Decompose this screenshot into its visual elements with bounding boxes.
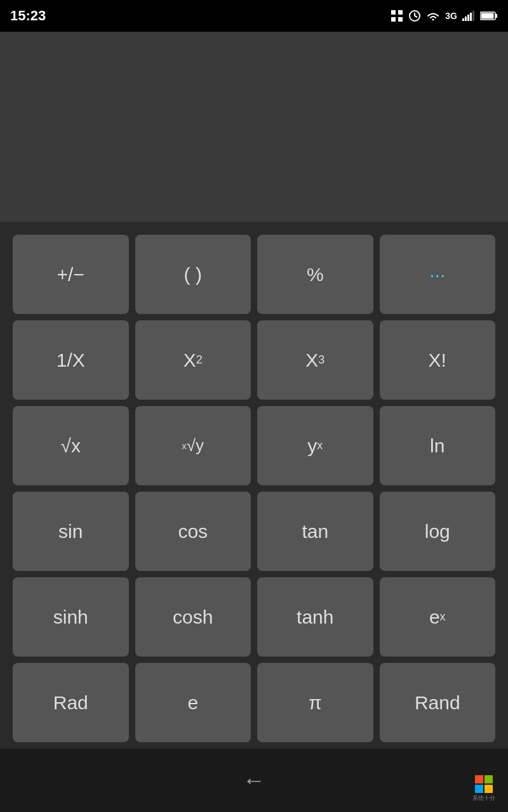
svg-line-6 bbox=[415, 16, 417, 17]
apps-icon bbox=[391, 10, 403, 22]
factorial-button[interactable]: X! bbox=[380, 320, 496, 400]
calc-row-6: Rad e π Rand bbox=[13, 663, 495, 742]
svg-rect-7 bbox=[462, 18, 464, 21]
cosh-button[interactable]: cosh bbox=[135, 577, 251, 657]
reciprocal-button[interactable]: 1/X bbox=[13, 320, 129, 400]
more-button[interactable]: ··· bbox=[380, 235, 496, 314]
svg-rect-9 bbox=[467, 15, 469, 21]
calc-row-5: sinh cosh tanh ex bbox=[13, 577, 495, 657]
ex-button[interactable]: ex bbox=[380, 577, 496, 657]
log-button[interactable]: log bbox=[380, 492, 496, 571]
plus-minus-button[interactable]: +/− bbox=[13, 235, 129, 314]
x-cubed-button[interactable]: X3 bbox=[257, 320, 373, 400]
svg-rect-0 bbox=[391, 10, 396, 15]
display-area bbox=[0, 32, 508, 222]
svg-rect-11 bbox=[472, 11, 474, 21]
ms-logo-yellow bbox=[485, 785, 493, 793]
svg-rect-8 bbox=[465, 16, 467, 21]
cos-button[interactable]: cos bbox=[135, 492, 251, 571]
x-squared-button[interactable]: X2 bbox=[135, 320, 251, 400]
rad-button[interactable]: Rad bbox=[13, 663, 129, 742]
ln-button[interactable]: ln bbox=[380, 406, 496, 485]
pi-button[interactable]: π bbox=[257, 663, 373, 742]
sinh-button[interactable]: sinh bbox=[13, 577, 129, 657]
percent-button[interactable]: % bbox=[257, 235, 373, 314]
xroot-button[interactable]: x√y bbox=[135, 406, 251, 485]
bottom-bar: ← bbox=[0, 749, 508, 812]
ms-logo-green bbox=[485, 775, 493, 783]
status-time: 15:23 bbox=[10, 8, 46, 24]
sin-button[interactable]: sin bbox=[13, 492, 129, 571]
rand-button[interactable]: Rand bbox=[380, 663, 496, 742]
status-bar: 15:23 3G bbox=[0, 0, 508, 32]
calc-row-1: +/− ( ) % ··· bbox=[13, 235, 495, 314]
yx-button[interactable]: yx bbox=[257, 406, 373, 485]
clock-icon bbox=[408, 10, 421, 22]
sqrt-button[interactable]: √x bbox=[13, 406, 129, 485]
svg-rect-3 bbox=[398, 17, 403, 22]
e-button[interactable]: e bbox=[135, 663, 251, 742]
calc-row-4: sin cos tan log bbox=[13, 492, 495, 571]
svg-rect-2 bbox=[391, 17, 396, 22]
tan-button[interactable]: tan bbox=[257, 492, 373, 571]
network-type: 3G bbox=[445, 11, 457, 21]
svg-rect-14 bbox=[481, 13, 494, 19]
svg-rect-10 bbox=[470, 13, 472, 21]
svg-rect-13 bbox=[495, 14, 497, 18]
tanh-button[interactable]: tanh bbox=[257, 577, 373, 657]
svg-rect-1 bbox=[398, 10, 403, 15]
ms-logo-red bbox=[475, 775, 483, 783]
watermark: 系统十分 bbox=[465, 775, 503, 807]
battery-icon bbox=[480, 11, 498, 21]
ms-logo-blue bbox=[475, 785, 483, 793]
back-button[interactable]: ← bbox=[243, 767, 265, 794]
calc-row-3: √x x√y yx ln bbox=[13, 406, 495, 485]
parentheses-button[interactable]: ( ) bbox=[135, 235, 251, 314]
calculator: +/− ( ) % ··· 1/X X2 X3 X! √x x√y yx ln … bbox=[0, 222, 508, 749]
signal-icon bbox=[462, 11, 475, 21]
status-icons: 3G bbox=[391, 10, 498, 22]
watermark-text: 系统十分 bbox=[472, 794, 495, 802]
wifi-icon bbox=[426, 11, 440, 21]
ms-logo bbox=[475, 775, 493, 793]
calc-row-2: 1/X X2 X3 X! bbox=[13, 320, 495, 400]
